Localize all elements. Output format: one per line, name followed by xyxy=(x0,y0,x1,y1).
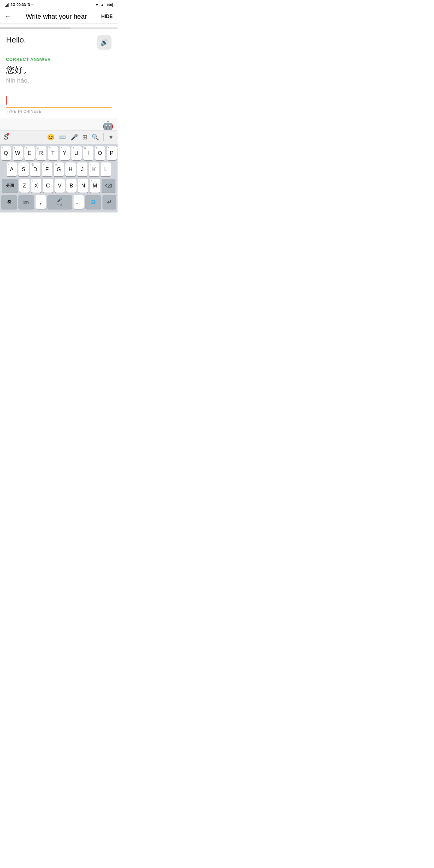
key-n[interactable]: ;N xyxy=(78,179,88,193)
type-hint: TYPE IN CHINESE xyxy=(6,110,112,114)
page-title: Write what your hear xyxy=(26,13,87,21)
key-enter[interactable]: ↵ xyxy=(102,195,116,209)
toolbar-divider xyxy=(103,133,104,141)
key-p[interactable]: 0P xyxy=(107,146,117,160)
robot-area: 🤖 xyxy=(0,119,118,130)
key-x[interactable]: )X xyxy=(31,179,41,193)
key-period[interactable]: 。 xyxy=(73,195,84,209)
keyboard-row-1: 1Q 2W 3E 4R 5T 6Y 7U 8I 9O 0P xyxy=(1,146,116,160)
usb-icon: ⇅ xyxy=(27,3,30,7)
key-r[interactable]: 4R xyxy=(36,146,46,160)
key-f[interactable]: #F xyxy=(42,162,52,176)
text-cursor xyxy=(6,96,7,104)
key-l[interactable]: ?L xyxy=(101,162,111,176)
text-input-wrapper[interactable] xyxy=(6,96,112,107)
key-globe[interactable]: 🌐 xyxy=(85,195,101,209)
key-b[interactable]: :B xyxy=(66,179,76,193)
key-m[interactable]: /M xyxy=(90,179,100,193)
keyboard-row-3: 分词 (Z )X -C _V :B ;N /M ⌫ xyxy=(1,179,116,193)
key-e[interactable]: 3E xyxy=(24,146,35,160)
status-time: 00:33 xyxy=(17,3,26,7)
key-w[interactable]: 2W xyxy=(13,146,23,160)
input-section: TYPE IN CHINESE xyxy=(0,96,118,119)
search-button[interactable]: 🔍 xyxy=(92,133,99,141)
key-c[interactable]: -C xyxy=(43,179,53,193)
speaker-icon: 🔊 xyxy=(100,38,108,46)
keyboard: 1Q 2W 3E 4R 5T 6Y 7U 8I 9O 0P ~A !S @D #… xyxy=(0,144,118,213)
key-space[interactable]: 🎤 中文 xyxy=(47,195,72,209)
signal-icon xyxy=(5,3,9,7)
chinese-answer: 您好。 xyxy=(6,64,112,76)
key-k[interactable]: *K xyxy=(89,162,99,176)
key-y[interactable]: 6Y xyxy=(60,146,70,160)
speaker-button[interactable]: 🔊 xyxy=(97,35,112,50)
sentence-area: Hello. 🔊 xyxy=(6,35,112,50)
wifi-icon: ▲ xyxy=(100,3,104,7)
key-fu[interactable]: 符 xyxy=(1,195,17,209)
key-s[interactable]: !S xyxy=(19,162,29,176)
keyboard-row-2: ~A !S @D #F %G "H "J *K ?L xyxy=(1,162,116,176)
key-v[interactable]: _V xyxy=(55,179,65,193)
key-d[interactable]: @D xyxy=(30,162,40,176)
pinyin-answer: Nín hǎo. xyxy=(6,77,112,84)
main-content: Hello. 🔊 CORRECT ANSWER 您好。 Nín hǎo. xyxy=(0,29,118,96)
key-backspace[interactable]: ⌫ xyxy=(101,179,116,193)
battery-icon: 100 xyxy=(106,3,113,7)
network-type: 3G xyxy=(10,3,16,7)
status-bar: 3G 00:33 ⇅ ··· ✱ ▲ 100 xyxy=(0,0,118,10)
status-right: ✱ ▲ 100 xyxy=(96,3,113,7)
back-button[interactable]: ← xyxy=(5,13,11,21)
key-t[interactable]: 5T xyxy=(48,146,58,160)
key-a[interactable]: ~A xyxy=(7,162,17,176)
key-i[interactable]: 8I xyxy=(83,146,93,160)
grid-button[interactable]: ⊞ xyxy=(82,133,87,141)
emoji-button[interactable]: 😊 xyxy=(47,133,55,141)
key-q[interactable]: 1Q xyxy=(1,146,11,160)
keyboard-layout-button[interactable]: ⌨️ xyxy=(59,133,66,141)
key-fenci[interactable]: 分词 xyxy=(2,179,18,193)
collapse-button[interactable]: ▼ xyxy=(108,134,114,141)
swiftkey-notification-dot xyxy=(7,133,9,135)
keyboard-top-right: 😊 ⌨️ 🎤 ⊞ 🔍 ▼ xyxy=(47,133,114,141)
key-u[interactable]: 7U xyxy=(71,146,82,160)
keyboard-row-4: 符 123 , 🎤 中文 。 🌐 ↵ xyxy=(1,195,116,209)
hide-button[interactable]: HIDE xyxy=(101,14,113,19)
key-h[interactable]: "H xyxy=(65,162,76,176)
dots-icon: ··· xyxy=(31,3,34,7)
key-g[interactable]: %G xyxy=(54,162,64,176)
correct-answer-label: CORRECT ANSWER xyxy=(6,57,112,62)
robot-icon: 🤖 xyxy=(103,120,113,130)
input-underline xyxy=(6,107,112,107)
key-j[interactable]: "J xyxy=(77,162,87,176)
key-z[interactable]: (Z xyxy=(19,179,30,193)
keyboard-toolbar: S 😊 ⌨️ 🎤 ⊞ 🔍 ▼ xyxy=(0,130,118,144)
swiftkey-logo-area[interactable]: S xyxy=(4,133,8,141)
key-123[interactable]: 123 xyxy=(19,195,34,209)
top-nav: ← Write what your hear HIDE xyxy=(0,10,118,24)
bluetooth-icon: ✱ xyxy=(96,3,98,7)
key-o[interactable]: 9O xyxy=(95,146,105,160)
key-comma[interactable]: , xyxy=(36,195,46,209)
microphone-button[interactable]: 🎤 xyxy=(70,133,78,141)
sentence-text: Hello. xyxy=(6,35,26,44)
status-left: 3G 00:33 ⇅ ··· xyxy=(5,3,34,7)
